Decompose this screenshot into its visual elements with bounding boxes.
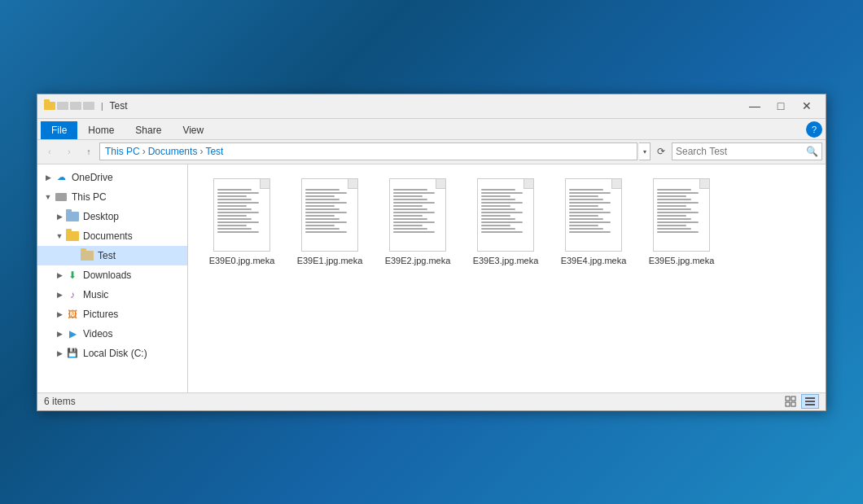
sidebar-label-localdisk: Local Disk (C:) xyxy=(83,348,147,359)
expand-arrow-music: ▶ xyxy=(54,291,65,299)
file-name: E39E1.jpg.meka xyxy=(297,255,363,266)
breadcrumb-sep-2: › xyxy=(199,146,203,157)
file-explorer-window: | Test — □ ✕ File Home Share View ? ‹ › … xyxy=(37,94,826,411)
help-button[interactable]: ? xyxy=(806,121,822,138)
sidebar-item-localdisk[interactable]: ▶ 💾 Local Disk (C:) xyxy=(37,344,187,363)
sidebar-item-desktop[interactable]: ▶ Desktop xyxy=(37,207,187,226)
file-name: E39E3.jpg.meka xyxy=(473,255,539,266)
file-thumbnail xyxy=(565,178,622,252)
title-bar-icons: | xyxy=(44,102,103,111)
file-name: E39E5.jpg.meka xyxy=(649,255,715,266)
search-icon[interactable]: 🔍 xyxy=(806,146,818,157)
file-name: E39E2.jpg.meka xyxy=(385,255,451,266)
file-thumbnail xyxy=(653,178,710,252)
svg-rect-3 xyxy=(791,402,795,406)
file-item[interactable]: E39E1.jpg.meka xyxy=(289,173,370,272)
file-thumbnail xyxy=(213,178,270,252)
sidebar-label-downloads: Downloads xyxy=(83,270,131,281)
expand-arrow-documents: ▼ xyxy=(54,232,65,240)
status-bar: 6 items xyxy=(37,392,826,410)
refresh-button[interactable]: ⟳ xyxy=(652,142,670,160)
file-item[interactable]: E39E0.jpg.meka xyxy=(201,173,283,272)
file-lines xyxy=(305,189,354,233)
up-button[interactable]: ↑ xyxy=(80,142,98,160)
sidebar-item-thispc[interactable]: ▼ This PC xyxy=(37,187,187,207)
tab-share[interactable]: Share xyxy=(125,121,172,139)
main-content: ▶ ☁ OneDrive ▼ This PC ▶ Desktop xyxy=(37,164,826,392)
address-bar: ‹ › ↑ This PC › Documents › Test ▾ ⟳ 🔍 xyxy=(37,140,826,164)
file-corner xyxy=(260,179,269,189)
breadcrumb-sep-1: › xyxy=(142,146,146,157)
documents-icon xyxy=(65,230,80,242)
breadcrumb-thispc[interactable]: This PC xyxy=(105,146,140,157)
desktop-icon xyxy=(65,211,80,222)
expand-arrow-downloads: ▶ xyxy=(54,271,65,279)
videos-icon: ▶ xyxy=(65,328,80,340)
breadcrumb-dropdown[interactable]: ▾ xyxy=(639,142,651,160)
file-lines xyxy=(393,189,442,233)
window-title: Test xyxy=(110,100,743,112)
svg-rect-1 xyxy=(791,397,795,401)
tab-home[interactable]: Home xyxy=(77,121,125,139)
sidebar-label-documents: Documents xyxy=(83,230,133,242)
tab-view[interactable]: View xyxy=(172,121,214,139)
sidebar-label-pictures: Pictures xyxy=(83,309,118,320)
sidebar-item-pictures[interactable]: ▶ 🖼 Pictures xyxy=(37,305,187,324)
forward-button[interactable]: › xyxy=(60,142,78,160)
sidebar-item-documents[interactable]: ▼ Documents xyxy=(37,226,187,246)
sidebar-item-music[interactable]: ▶ ♪ Music xyxy=(37,285,187,305)
expand-arrow-localdisk: ▶ xyxy=(54,349,65,357)
file-corner xyxy=(699,179,709,189)
file-item[interactable]: E39E2.jpg.meka xyxy=(377,173,458,272)
file-grid: E39E0.jpg.meka E39E1.jpg.meka E39E2.jpg.… xyxy=(201,173,813,272)
breadcrumb[interactable]: This PC › Documents › Test xyxy=(99,142,637,160)
file-lines xyxy=(217,189,266,233)
onedrive-icon: ☁ xyxy=(54,172,68,183)
sidebar-label-onedrive: OneDrive xyxy=(72,172,113,183)
minimize-button[interactable]: — xyxy=(743,98,767,114)
file-corner xyxy=(348,179,357,189)
file-thumbnail xyxy=(389,178,446,252)
maximize-button[interactable]: □ xyxy=(769,98,793,114)
search-input[interactable] xyxy=(676,146,806,157)
disk-icon: 💾 xyxy=(65,348,80,359)
pc-icon xyxy=(54,191,68,203)
sidebar-item-onedrive[interactable]: ▶ ☁ OneDrive xyxy=(37,168,187,187)
downloads-icon: ⬇ xyxy=(65,270,80,281)
file-item[interactable]: E39E4.jpg.meka xyxy=(553,173,634,272)
breadcrumb-documents[interactable]: Documents xyxy=(148,146,198,157)
expand-arrow-onedrive: ▶ xyxy=(42,173,54,182)
file-area: E39E0.jpg.meka E39E1.jpg.meka E39E2.jpg.… xyxy=(188,164,826,392)
file-name: E39E4.jpg.meka xyxy=(561,255,627,266)
view-details-button[interactable] xyxy=(801,394,819,409)
item-count: 6 items xyxy=(44,396,76,407)
file-item[interactable]: E39E5.jpg.meka xyxy=(641,173,722,272)
sidebar-label-music: Music xyxy=(83,289,108,300)
tab-file[interactable]: File xyxy=(41,121,77,139)
file-corner xyxy=(611,179,621,189)
file-corner xyxy=(523,179,533,189)
window-controls: — □ ✕ xyxy=(743,98,819,114)
sidebar-label-thispc: This PC xyxy=(72,191,107,203)
sidebar-label-videos: Videos xyxy=(83,328,112,340)
view-large-icon-button[interactable] xyxy=(782,394,799,409)
ribbon-tabs: File Home Share View ? xyxy=(37,119,826,140)
file-lines xyxy=(657,189,706,233)
sidebar: ▶ ☁ OneDrive ▼ This PC ▶ Desktop xyxy=(37,164,188,392)
pictures-icon: 🖼 xyxy=(65,309,80,320)
back-button[interactable]: ‹ xyxy=(41,142,59,160)
file-thumbnail xyxy=(301,178,358,252)
sidebar-item-downloads[interactable]: ▶ ⬇ Downloads xyxy=(37,265,187,285)
close-button[interactable]: ✕ xyxy=(795,98,819,114)
breadcrumb-test[interactable]: Test xyxy=(205,146,223,157)
sidebar-label-test: Test xyxy=(98,250,116,261)
sidebar-item-test[interactable]: ▶ Test xyxy=(37,246,187,265)
expand-arrow-thispc: ▼ xyxy=(42,193,54,201)
music-icon: ♪ xyxy=(65,289,80,300)
svg-rect-6 xyxy=(805,404,815,405)
file-lines xyxy=(481,189,530,233)
file-corner xyxy=(436,179,445,189)
file-item[interactable]: E39E3.jpg.meka xyxy=(465,173,546,272)
sidebar-item-videos[interactable]: ▶ ▶ Videos xyxy=(37,324,187,344)
expand-arrow-pictures: ▶ xyxy=(54,310,65,318)
